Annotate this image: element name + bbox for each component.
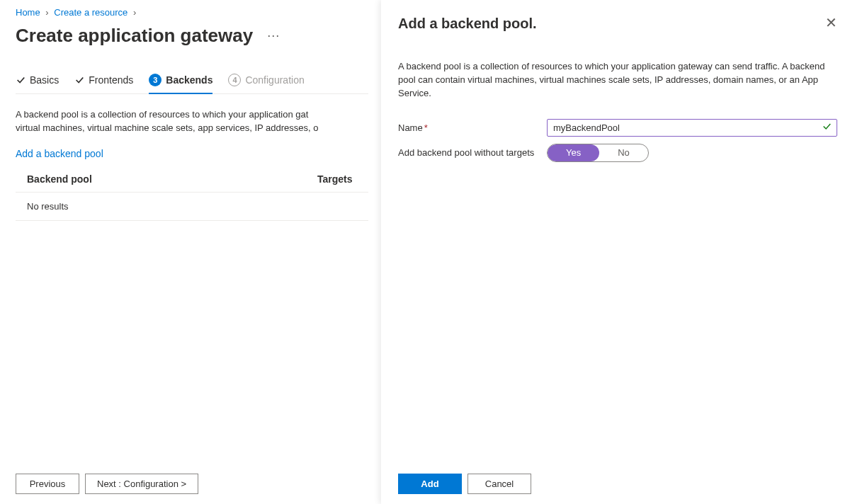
panel-footer: Add Cancel (398, 474, 531, 494)
name-label: Name* (398, 119, 547, 133)
step-label: Basics (30, 74, 59, 86)
add-backend-pool-panel: Add a backend pool. ✕ A backend pool is … (381, 0, 850, 504)
table-header: Backend pool Targets (16, 168, 368, 193)
more-icon[interactable]: ··· (263, 25, 284, 46)
valid-check-icon (822, 122, 832, 134)
step-number-badge: 4 (228, 74, 241, 86)
previous-button[interactable]: Previous (16, 474, 79, 494)
without-targets-toggle[interactable]: Yes No (547, 144, 649, 162)
panel-header: Add a backend pool. ✕ (398, 16, 837, 32)
step-backends[interactable]: 3 Backends (149, 74, 212, 93)
step-frontends[interactable]: Frontends (74, 74, 133, 93)
without-targets-label: Add backend pool without targets (398, 144, 547, 158)
wizard-footer: Previous Next : Configuration > (16, 474, 198, 494)
close-icon[interactable]: ✕ (825, 16, 837, 30)
step-basics[interactable]: Basics (16, 74, 59, 93)
step-configuration: 4 Configuration (228, 74, 304, 93)
check-icon (74, 75, 84, 85)
form-row-without-targets: Add backend pool without targets Yes No (398, 144, 837, 162)
table-row-empty: No results (16, 193, 368, 221)
panel-description: A backend pool is a collection of resour… (398, 60, 837, 101)
chevron-right-icon: › (45, 7, 48, 18)
step-label: Configuration (245, 74, 304, 86)
required-asterisk: * (424, 122, 428, 133)
check-icon (16, 75, 26, 85)
main-description: A backend pool is a collection of resour… (16, 108, 368, 135)
desc-line: A backend pool is a collection of resour… (16, 108, 368, 122)
add-backend-pool-link[interactable]: Add a backend pool (16, 148, 103, 159)
name-control (547, 119, 837, 137)
toggle-no[interactable]: No (599, 144, 648, 161)
name-input[interactable] (547, 119, 837, 137)
col-header-pool: Backend pool (27, 173, 317, 185)
page-title-row: Create application gateway ··· (16, 25, 368, 47)
add-button[interactable]: Add (398, 474, 462, 494)
breadcrumb: Home › Create a resource › (16, 7, 368, 18)
next-button[interactable]: Next : Configuration > (85, 474, 198, 494)
label-text: Name (398, 122, 423, 133)
form-row-name: Name* (398, 119, 837, 137)
step-label: Frontends (89, 74, 133, 86)
wizard-steps: Basics Frontends 3 Backends 4 Configurat… (16, 74, 368, 94)
col-header-targets: Targets (317, 173, 368, 185)
desc-line: virtual machines, virtual machine scale … (16, 122, 368, 135)
without-targets-control: Yes No (547, 144, 837, 162)
breadcrumb-home[interactable]: Home (16, 7, 40, 18)
toggle-yes[interactable]: Yes (548, 144, 599, 161)
step-label: Backends (166, 74, 212, 86)
step-number-badge: 3 (149, 74, 162, 86)
cancel-button[interactable]: Cancel (468, 474, 531, 494)
panel-title: Add a backend pool. (398, 16, 537, 32)
chevron-right-icon: › (133, 7, 136, 18)
breadcrumb-create-resource[interactable]: Create a resource (54, 7, 128, 18)
main-pane: Home › Create a resource › Create applic… (0, 0, 368, 504)
page-title: Create application gateway (16, 25, 253, 47)
